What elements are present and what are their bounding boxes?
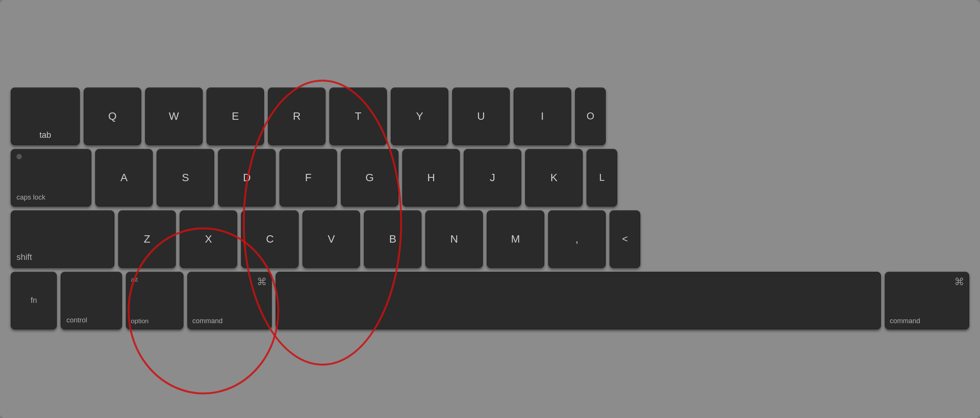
key-space[interactable] <box>276 272 881 329</box>
key-o-label: O <box>587 110 594 122</box>
key-s-label: S <box>182 172 189 184</box>
key-y-label: Y <box>416 110 423 122</box>
row-top: tab Q W E R T Y U I O <box>11 88 969 145</box>
key-z-label: Z <box>144 233 150 245</box>
key-q[interactable]: Q <box>84 88 141 145</box>
key-x-label: X <box>205 233 212 245</box>
key-l-label: L <box>599 172 605 183</box>
key-caps-label: caps lock <box>17 193 45 202</box>
key-command-left-label: command <box>192 317 223 325</box>
row-bottom-letters: shift Z X C V B N M , < <box>11 210 969 268</box>
key-a[interactable]: A <box>95 149 153 207</box>
key-i-label: I <box>541 110 544 122</box>
key-q-label: Q <box>108 110 117 122</box>
keyboard: tab Q W E R T Y U I O c <box>0 0 980 418</box>
key-command-left[interactable]: ⌘ command <box>187 272 272 329</box>
key-k[interactable]: K <box>525 149 583 207</box>
key-m[interactable]: M <box>487 210 544 268</box>
key-v-label: V <box>328 233 335 245</box>
key-n-label: N <box>450 233 458 245</box>
key-w[interactable]: W <box>145 88 203 145</box>
key-w-label: W <box>169 110 179 122</box>
key-s[interactable]: S <box>157 149 214 207</box>
key-comma[interactable]: , <box>548 210 606 268</box>
key-shift[interactable]: shift <box>11 210 114 268</box>
key-option-bottom-label: option <box>131 317 149 325</box>
key-command-right-label: command <box>890 317 920 325</box>
key-fn-label: fn <box>31 296 37 305</box>
key-k-label: K <box>550 172 558 184</box>
key-o[interactable]: O <box>575 88 606 145</box>
key-j[interactable]: J <box>464 149 521 207</box>
key-command-right[interactable]: ⌘ command <box>885 272 969 329</box>
key-h[interactable]: H <box>402 149 460 207</box>
key-i[interactable]: I <box>514 88 571 145</box>
key-tab-label: tab <box>40 130 51 140</box>
caps-lock-indicator <box>17 154 22 159</box>
key-caps-lock[interactable]: caps lock <box>11 149 91 207</box>
key-command-right-symbol: ⌘ <box>954 276 964 288</box>
key-g-label: G <box>365 172 374 184</box>
key-x[interactable]: X <box>180 210 237 268</box>
key-z[interactable]: Z <box>118 210 176 268</box>
key-r[interactable]: R <box>268 88 326 145</box>
key-angle-bracket[interactable]: < <box>610 210 640 268</box>
key-b-label: B <box>389 233 397 245</box>
key-angle-label: < <box>622 233 628 245</box>
key-fn[interactable]: fn <box>11 272 57 329</box>
key-c-label: C <box>266 233 274 245</box>
key-e-label: E <box>232 110 239 122</box>
row-middle: caps lock A S D F G H J K L <box>11 149 969 207</box>
row-modifier: fn control alt option ⌘ command ⌘ comman… <box>11 272 969 329</box>
key-g[interactable]: G <box>341 149 398 207</box>
key-n[interactable]: N <box>425 210 483 268</box>
key-m-label: M <box>511 233 520 245</box>
annotation-overlay <box>0 0 980 418</box>
key-u-label: U <box>477 110 485 122</box>
key-t-label: T <box>355 110 361 122</box>
key-command-left-symbol: ⌘ <box>257 276 267 288</box>
key-t[interactable]: T <box>329 88 387 145</box>
key-h-label: H <box>427 172 435 184</box>
key-comma-label: , <box>575 233 578 245</box>
key-control[interactable]: control <box>61 272 122 329</box>
key-r-label: R <box>293 110 301 122</box>
key-option[interactable]: alt option <box>126 272 183 329</box>
key-c[interactable]: C <box>241 210 299 268</box>
key-shift-label: shift <box>17 252 32 262</box>
key-v[interactable]: V <box>302 210 360 268</box>
key-e[interactable]: E <box>207 88 264 145</box>
key-f-label: F <box>305 172 311 184</box>
key-d-label: D <box>243 172 251 184</box>
key-l[interactable]: L <box>587 149 617 207</box>
key-j-label: J <box>490 172 495 184</box>
key-b[interactable]: B <box>364 210 421 268</box>
key-a-label: A <box>121 172 128 184</box>
key-y[interactable]: Y <box>391 88 448 145</box>
key-tab[interactable]: tab <box>11 88 80 145</box>
key-f[interactable]: F <box>279 149 337 207</box>
key-d[interactable]: D <box>218 149 276 207</box>
key-u[interactable]: U <box>452 88 510 145</box>
key-control-label: control <box>66 316 87 324</box>
key-option-top-label: alt <box>131 276 138 284</box>
